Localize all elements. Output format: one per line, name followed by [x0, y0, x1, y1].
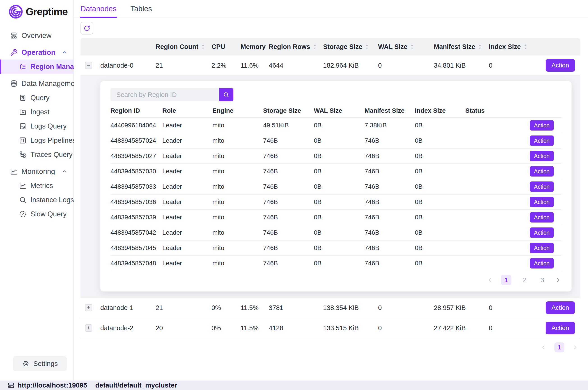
logs-query-icon	[19, 122, 27, 130]
index-size-value: 0	[489, 324, 516, 332]
action-button[interactable]: Action	[546, 322, 575, 334]
index-size-value: 0B	[415, 244, 465, 251]
region-column-header-index-size: Index Size	[415, 107, 465, 114]
column-header-manifest-size[interactable]: Manifest Size	[434, 43, 489, 50]
manifest-size-value: 28.957 KiB	[434, 304, 489, 312]
page-button-1[interactable]: 1	[554, 342, 564, 352]
region-search-button[interactable]	[219, 88, 233, 101]
region-action-button[interactable]: Action	[530, 243, 554, 253]
sidebar-item-monitoring[interactable]: Monitoring	[0, 164, 73, 179]
region-table-body: 4440996184064Leadermito49.51KiB0B7.38KiB…	[110, 118, 561, 271]
storage-size-value: 746B	[263, 152, 314, 160]
index-size-value: 0B	[415, 214, 465, 221]
region-column-header-engine: Engine	[212, 107, 263, 114]
chevron-right-icon[interactable]	[555, 277, 561, 283]
sidebar-nav: OverviewOperationRegion ManagementData M…	[0, 28, 73, 221]
sidebar-item-logs-query[interactable]: Logs Query	[0, 119, 73, 133]
expand-row-button[interactable]: +	[85, 304, 92, 311]
column-header-index-size[interactable]: Index Size	[489, 43, 516, 50]
sidebar-item-label: Logs Pipelines	[30, 136, 76, 145]
expand-row-button[interactable]: +	[85, 324, 92, 332]
page-button-2[interactable]: 2	[519, 275, 529, 285]
region-id-value: 4483945857036	[110, 198, 162, 206]
sort-icon[interactable]	[478, 44, 482, 50]
column-header-wal-size[interactable]: WAL Size	[378, 43, 434, 50]
sidebar-item-region-management[interactable]: Region Management	[0, 59, 73, 74]
region-action-button[interactable]: Action	[530, 212, 554, 223]
storage-size-value: 133.515 KiB	[323, 324, 378, 332]
sort-icon[interactable]	[313, 44, 317, 50]
sidebar-item-operation[interactable]: Operation	[0, 45, 73, 59]
region-id-value: 4483945857030	[110, 168, 162, 175]
sort-icon[interactable]	[201, 44, 205, 50]
sidebar-item-query[interactable]: Query	[0, 91, 73, 105]
role-value: Leader	[162, 229, 212, 236]
index-size-value: 0B	[415, 168, 465, 175]
sidebar-item-label: Query	[30, 94, 49, 102]
tab-tables[interactable]: Tables	[131, 0, 152, 18]
collapse-row-button[interactable]: −	[85, 62, 92, 69]
region-column-header-wal-size: WAL Size	[314, 107, 365, 114]
manifest-size-value: 746B	[365, 229, 415, 236]
role-value: Leader	[162, 260, 212, 267]
region-action-button[interactable]: Action	[530, 197, 554, 207]
role-value: Leader	[162, 137, 212, 144]
sidebar-item-metrics[interactable]: Metrics	[0, 179, 73, 193]
column-header-storage-size[interactable]: Storage Size	[323, 43, 378, 50]
region-row-4483945857042: 4483945857042Leadermito746B0B746B0BActio…	[110, 225, 561, 241]
engine-value: mito	[212, 152, 263, 160]
sidebar-item-slow-query[interactable]: Slow Query	[0, 207, 73, 221]
column-header-region-rows[interactable]: Region Rows	[269, 43, 323, 50]
manifest-size-value: 746B	[365, 137, 415, 144]
page-button-3[interactable]: 3	[537, 275, 547, 285]
index-size-value: 0B	[415, 260, 465, 267]
sidebar-item-instance-logs[interactable]: Instance Logs	[0, 193, 73, 207]
main-content: Datanodes Tables Region CountCPUMemoryRe…	[74, 0, 588, 381]
chevron-left-icon[interactable]	[487, 277, 493, 283]
region-row-4483945857024: 4483945857024Leadermito746B0B746B0BActio…	[110, 133, 561, 148]
tab-datanodes[interactable]: Datanodes	[81, 0, 117, 18]
region-action-button[interactable]: Action	[530, 120, 554, 131]
sidebar-item-data-management[interactable]: Data Management	[0, 76, 73, 91]
region-action-button[interactable]: Action	[530, 166, 554, 177]
sidebar-item-traces-query[interactable]: Traces Query	[0, 147, 73, 162]
region-search-input[interactable]	[110, 88, 219, 101]
datanode-row-datanode-2: +datanode-2200%11.5%4128133.515 KiB027.4…	[81, 318, 580, 338]
settings-button[interactable]: Settings	[13, 356, 67, 371]
region-row-4483945857048: 4483945857048Leadermito746B0B746B0BActio…	[110, 256, 561, 271]
region-action-button[interactable]: Action	[530, 151, 554, 161]
wal-size-value: 0	[378, 62, 434, 69]
column-header-region-count[interactable]: Region Count	[155, 43, 211, 50]
wal-size-value: 0B	[314, 229, 365, 236]
sidebar: Greptime OverviewOperationRegion Managem…	[0, 0, 74, 381]
page-button-1[interactable]: 1	[501, 275, 511, 285]
sidebar-item-logs-pipelines[interactable]: Logs Pipelines	[0, 133, 73, 147]
sidebar-item-label: Operation	[21, 48, 55, 56]
chevron-left-icon[interactable]	[540, 344, 547, 350]
datanode-name: datanode-0	[100, 62, 155, 69]
role-value: Leader	[162, 244, 212, 251]
datanode-name: datanode-1	[100, 304, 155, 312]
sort-icon[interactable]	[524, 44, 527, 50]
overview-icon	[10, 32, 18, 40]
region-action-button[interactable]: Action	[530, 228, 554, 238]
chevron-right-icon[interactable]	[572, 344, 578, 350]
region-action-button[interactable]: Action	[530, 258, 554, 268]
region-action-button[interactable]: Action	[530, 136, 554, 146]
brand-logo: Greptime	[8, 4, 73, 19]
refresh-button[interactable]	[81, 22, 93, 35]
tabbar: Datanodes Tables	[74, 0, 588, 18]
manifest-size-value: 746B	[365, 168, 415, 175]
sort-icon[interactable]	[410, 44, 414, 50]
brand-name: Greptime	[26, 6, 68, 18]
action-button[interactable]: Action	[546, 301, 575, 314]
sort-icon[interactable]	[365, 44, 369, 50]
manifest-size-value: 746B	[365, 244, 415, 251]
action-button[interactable]: Action	[546, 59, 575, 72]
sidebar-item-overview[interactable]: Overview	[0, 28, 73, 43]
wal-size-value: 0	[378, 324, 434, 332]
region-action-button[interactable]: Action	[530, 182, 554, 192]
storage-size-value: 746B	[263, 214, 314, 221]
sidebar-item-ingest[interactable]: Ingest	[0, 105, 73, 119]
region-card: Region IDRoleEngineStorage SizeWAL SizeM…	[100, 81, 572, 292]
